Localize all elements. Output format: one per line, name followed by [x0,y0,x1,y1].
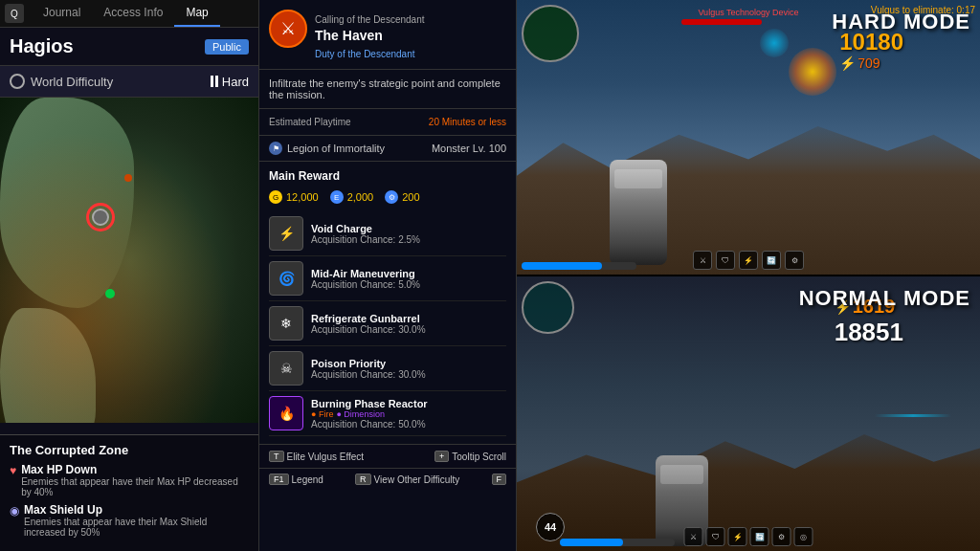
nav-icon-label: Q [11,9,18,19]
gold-amount: 12,000 [286,191,319,203]
player-character-top [610,160,667,265]
reward-item-3-info: Refrigerate Gunbarrel Acquisition Chance… [311,313,426,335]
elite-vulgus-label: Elite Vulgus Effect [287,452,365,462]
reward-item-5: 🔥 Burning Phase Reactor ● Fire ● Dimensi… [269,391,506,436]
monster-level: Monster Lv. 100 [432,143,506,154]
mission-name: The Haven [315,28,383,43]
visibility-badge: Public [205,39,249,55]
zone-effect-shield-text: Max Shield Up Enemies that appear have t… [24,503,249,538]
hud-icon-4: 🔄 [750,527,769,546]
hp-bar-bottom [560,539,675,546]
reward-item-2: 🌀 Mid-Air Maneuvering Acquisition Chance… [269,256,506,301]
score-display-top: 10180 ⚡ 709 [839,29,903,71]
combat-effect-2 [760,29,789,57]
legion-left: ⚑ Legion of Immortality [269,142,385,155]
legion-icon: ⚑ [269,142,282,155]
combat-effect-1 [789,48,836,96]
zone-effect-hp-text: Max HP Down Enemies that appear have the… [21,463,249,497]
minimap-bottom [522,281,574,334]
level-value: 44 [545,521,556,533]
action-icon-3: ⚡ [739,251,758,270]
t-key-badge[interactable]: T [269,451,284,462]
enemy-name-top: Vulgus Technology Device [681,8,815,17]
right-panel: Vulgus Technology Device Vulgus to elimi… [517,0,980,551]
reward-icon-refrigerate: ❄ [269,306,303,341]
hp-down-icon: ♥ [10,464,16,477]
pause-bar-1 [211,76,213,87]
reward-item-5-name: Burning Phase Reactor [311,398,428,409]
reward-icon-void-charge: ⚡ [269,216,303,251]
plus-key-badge[interactable]: + [434,451,449,462]
difficulty-badge: Hard [211,75,249,89]
world-difficulty-label: World Difficulty [31,75,113,89]
exp-icon: E [330,190,344,204]
reward-icon-poison: ☠ [269,351,303,386]
hud-icon-1: ⚔ [684,527,703,546]
map-dot-red [124,174,132,182]
minimap-top [522,5,579,62]
reward-item-2-info: Mid-Air Maneuvering Acquisition Chance: … [311,268,420,290]
view-other-diff-label: View Other Difficulty [374,474,460,485]
hard-mode-label: HARD MODE [832,10,970,34]
map-area[interactable] [0,98,258,423]
difficulty-value: Hard [222,75,249,89]
world-difficulty-bar: World Difficulty Hard [0,66,258,98]
tooltip-scroll-item: + Tooltip Scroll [434,451,506,462]
corrupted-zone-box: The Corrupted Zone ♥ Max HP Down Enemies… [0,434,258,551]
hud-icon-5: ⚙ [772,527,791,546]
dimension-tag: ● Dimension [336,409,384,419]
reward-item-4-chance: Acquisition Chance: 30.0% [311,369,426,380]
mission-description: Infiltrate the enemy's strategic point a… [259,70,516,109]
region-title: Hagios [10,35,74,57]
r-key-badge[interactable]: R [355,474,371,485]
bottom-bar: T Elite Vulgus Effect + Tooltip Scroll [259,444,516,468]
tab-journal[interactable]: Journal [32,0,92,27]
reward-item-1-chance: Acquisition Chance: 2.5% [311,234,420,245]
legend-bar: F1 Legend R View Other Difficulty F [259,468,516,490]
calling-label: Calling of the Descendant [315,14,425,25]
legend-item: F1 Legend [269,474,323,485]
reward-item-3-name: Refrigerate Gunbarrel [311,313,426,324]
duty-label: Duty of the Descendant [315,49,415,59]
reward-currency-row: G 12,000 E 2,000 ⚙ 200 [269,190,506,204]
f1-key-badge[interactable]: F1 [269,474,289,485]
char-armor-top [614,169,662,188]
reward-item-2-chance: Acquisition Chance: 5.0% [311,279,420,290]
tab-access-info[interactable]: Access Info [92,0,174,27]
score-white-bottom: 18851 [835,318,903,346]
mission-header: ⚔ Calling of the Descendant The Haven Du… [259,0,516,70]
exp-reward: E 2,000 [330,190,374,204]
extra-reward: ⚙ 200 [385,190,419,204]
estimated-time-label: Estimated Playtime [269,117,351,127]
reward-item-3: ❄ Refrigerate Gunbarrel Acquisition Chan… [269,301,506,346]
globe-icon [10,74,25,89]
reward-item-4-name: Poison Priority [311,358,426,369]
region-header: Hagios Public [0,28,258,66]
shield-up-desc: Enemies that appear have their Max Shiel… [24,517,249,538]
reward-item-4: ☠ Poison Priority Acquisition Chance: 30… [269,346,506,391]
nav-icon[interactable]: Q [5,4,24,23]
legion-name: Legion of Immortality [287,143,385,154]
world-difficulty-label-group: World Difficulty [10,74,113,89]
reward-item-5-info: Burning Phase Reactor ● Fire ● Dimension… [311,398,428,430]
main-reward-section: Main Reward G 12,000 E 2,000 ⚙ 200 ⚡ Voi… [259,162,516,444]
lightning-icon-top: ⚡ [839,55,856,71]
map-marker-haven[interactable] [86,203,115,231]
reward-icon-mid-air: 🌀 [269,261,303,296]
reward-item-5-chance: Acquisition Chance: 50.0% [311,419,428,430]
gold-reward: G 12,000 [269,190,319,204]
normal-mode-screenshot: ⚡ 1619 18851 44 ⚔ 🛡 ⚡ 🔄 ⚙ ◎ [517,276,980,551]
normal-mode-label: NORMAL MODE [799,286,970,311]
estimated-time-value: 20 Minutes or less [429,117,506,127]
tab-map[interactable]: Map [174,0,219,27]
lightning-score-top: ⚡ 709 [839,55,903,71]
energy-trail [875,414,951,417]
tooltip-scroll-label: Tooltip Scroll [452,452,506,462]
shield-up-title: Max Shield Up [24,503,249,517]
f-key-badge[interactable]: F [492,474,507,485]
left-panel: Q Journal Access Info Map Hagios Public … [0,0,258,551]
mission-icon-symbol: ⚔ [280,18,296,39]
reward-item-2-name: Mid-Air Maneuvering [311,268,420,279]
legion-row: ⚑ Legion of Immortality Monster Lv. 100 [259,136,516,162]
corrupted-zone-title: The Corrupted Zone [10,443,249,457]
